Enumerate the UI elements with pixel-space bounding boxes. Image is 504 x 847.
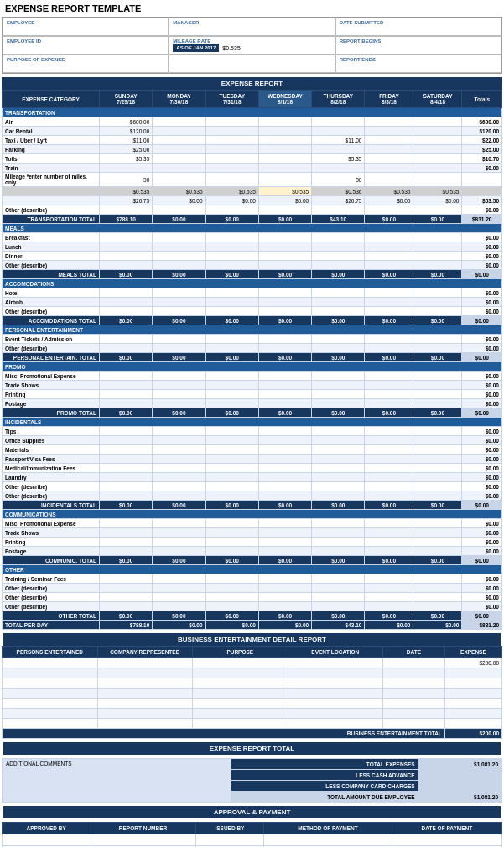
col-company: COMPANY REPRESENTED	[97, 647, 193, 658]
col-sunday: SUNDAY7/29/18	[100, 91, 153, 108]
trans-total-sun: $788.10	[100, 215, 153, 224]
less-company-value	[418, 781, 501, 792]
taxi-tue	[205, 136, 258, 145]
pe-total-row: PERSONAL ENTERTAIN. TOTAL $0.00 $0.00 $0…	[3, 353, 502, 362]
mileage-wed	[258, 173, 311, 187]
table-row: Air $600.00 $600.00	[3, 117, 502, 127]
employee-value	[7, 25, 164, 34]
table-row: Postage $0.00	[3, 547, 502, 556]
col-thursday: THURSDAY8/2/18	[312, 91, 365, 108]
accom-total-row: ACCOMODATIONS TOTAL $0.00 $0.00 $0.00 $0…	[3, 316, 502, 325]
col-category: EXPENSE CATEGORY	[3, 91, 100, 108]
parking-sat	[413, 145, 462, 154]
date-payment-col: DATE OF PAYMENT	[392, 823, 501, 834]
taxi-thu: $11.00	[312, 136, 365, 145]
table-row	[3, 709, 502, 719]
approved-by-col: APPROVED BY	[3, 823, 91, 834]
trans-total-label: TRANSPORTATION TOTAL	[3, 215, 100, 224]
trans-other-sat	[413, 205, 462, 215]
train-mon	[153, 164, 205, 173]
report-begins-cell: REPORT BEGINS	[335, 36, 501, 55]
mileage-label: Mileage *enter number of miles, only	[3, 173, 100, 187]
mileage-calc-sun: $26.75	[100, 196, 153, 205]
parking-mon	[153, 145, 205, 154]
tolls-tue	[205, 154, 258, 164]
mileage-calc-row: $26.75 $0.00 $0.00 $0.00 $26.75 $0.00 $0…	[3, 196, 502, 205]
air-sat	[413, 117, 462, 127]
trans-other-fri	[365, 205, 413, 215]
trans-total-all: $831.20	[462, 215, 502, 224]
mileage-total-gray	[462, 173, 502, 187]
mileage-cell: MILEAGE RATE AS OF JAN 2017 $0.535	[169, 36, 335, 55]
other-total-row: OTHER TOTAL $0.00 $0.00 $0.00 $0.00 $0.0…	[3, 611, 502, 621]
manager-value	[173, 25, 330, 34]
taxi-sat	[413, 136, 462, 145]
mileage-calc-tue: $0.00	[205, 196, 258, 205]
tolls-sun: $5.35	[100, 154, 153, 164]
train-thu	[312, 164, 365, 173]
table-row: Car Rental $120.00 $120.00	[3, 127, 502, 136]
mileage-value: $0.535	[222, 45, 240, 51]
trans-total-tue: $0.00	[205, 215, 258, 224]
table-row: Misc. Promotional Expense $0.00	[3, 519, 502, 528]
car-rental-sat	[413, 127, 462, 136]
method-payment-col: METHOD OF PAYMENT	[264, 823, 392, 834]
mileage-rate-blank	[3, 187, 100, 196]
table-row: $200.00	[3, 658, 502, 668]
table-row: Trade Shows $0.00	[3, 528, 502, 538]
table-row: Breakfast $0.00	[3, 233, 502, 242]
biz-total-label: BUSINESS ENTERTAINMENT TOTAL	[3, 729, 445, 739]
mileage-rate-fri: $0.536	[365, 187, 413, 196]
expense-total-section: EXPENSE REPORT TOTAL ADDITIONAL COMMENTS…	[2, 742, 502, 803]
table-row: Other (describe) $0.00	[3, 584, 502, 593]
mileage-rate-row: $0.535 $0.535 $0.535 $0.535 $0.536 $0.53…	[3, 187, 502, 196]
air-mon	[153, 117, 205, 127]
transportation-header-row: TRANSPORTATION	[3, 108, 502, 117]
employee-cell: EMPLOYEE	[3, 18, 169, 36]
empty-mid	[169, 55, 335, 73]
promo-header-row: PROMO	[3, 362, 502, 372]
biz-total-row: BUSINESS ENTERTAINMENT TOTAL $200.00	[3, 729, 502, 739]
col-date: DATE	[383, 647, 445, 658]
comm-total-row: COMMUNIC. TOTAL $0.00 $0.00 $0.00 $0.00 …	[3, 556, 502, 565]
table-row: Other (describe) $0.00	[3, 261, 502, 270]
parking-fri	[365, 145, 413, 154]
tolls-wed	[258, 154, 311, 164]
biz-total-value: $200.00	[444, 729, 501, 739]
transportation-header: TRANSPORTATION	[3, 108, 502, 117]
trans-other-total: $0.00	[462, 205, 502, 215]
date-submitted-value	[340, 25, 497, 34]
issued-by-col: ISSUED BY	[195, 823, 264, 834]
table-row: Parking $25.00 $25.00	[3, 145, 502, 154]
report-ends-cell: REPORT ENDS	[335, 55, 501, 73]
employee-id-value	[7, 44, 164, 52]
table-row: Printing $0.00	[3, 538, 502, 547]
col-saturday: SATURDAY8/4/18	[413, 91, 462, 108]
car-rental-label: Car Rental	[3, 127, 100, 136]
table-row	[3, 699, 502, 709]
header-section: EMPLOYEE MANAGER DATE SUBMITTED EMPLOYEE…	[2, 17, 502, 74]
total-expenses-label: TOTAL EXPENSES	[231, 759, 419, 770]
table-row	[3, 834, 502, 846]
trans-total-mon: $0.00	[153, 215, 205, 224]
car-rental-total: $120.00	[462, 127, 502, 136]
biz-entertainment-section: BUSINESS ENTERTAINMENT DETAIL REPORT PER…	[2, 633, 502, 739]
tolls-mon	[153, 154, 205, 164]
trans-other-thu	[312, 205, 365, 215]
parking-label: Parking	[3, 145, 100, 154]
trans-total-wed: $0.00	[258, 215, 311, 224]
table-row: Laundry $0.00	[3, 473, 502, 482]
table-row: Other (describe) $0.00	[3, 593, 502, 602]
report-ends-value	[340, 62, 497, 70]
col-totals: Totals	[462, 91, 502, 108]
date-submitted-cell: DATE SUBMITTED	[335, 18, 501, 36]
expense-table: EXPENSE CATEGORY SUNDAY7/29/18 MONDAY7/3…	[2, 90, 502, 630]
taxi-total: $22.00	[462, 136, 502, 145]
tolls-sat	[413, 154, 462, 164]
parking-total: $25.00	[462, 145, 502, 154]
table-row	[3, 678, 502, 689]
col-monday: MONDAY7/30/18	[153, 91, 205, 108]
total-per-day-row: TOTAL PER DAY $788.10 $0.00 $0.00 $0.00 …	[3, 621, 502, 630]
meals-header: MEALS	[3, 224, 502, 233]
col-expense: EXPENSE	[444, 647, 501, 658]
